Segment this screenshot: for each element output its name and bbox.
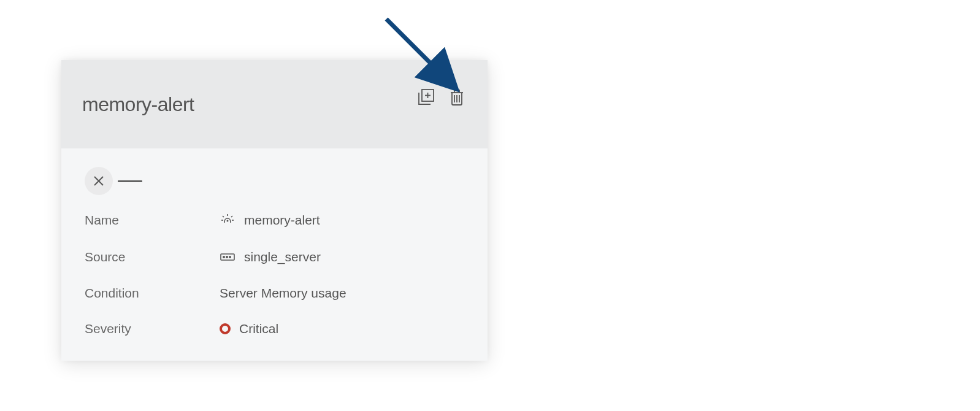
label-condition: Condition [85, 286, 220, 301]
duplicate-button[interactable] [416, 87, 436, 107]
card-title: memory-alert [82, 93, 194, 116]
field-row-source: Source single_server [82, 249, 467, 265]
alert-card: memory-alert [61, 60, 488, 361]
field-row-severity: Severity Critical [82, 321, 467, 336]
svg-line-11 [231, 216, 232, 217]
card-header: memory-alert [61, 60, 488, 148]
header-actions [416, 87, 467, 107]
trash-icon [448, 88, 465, 106]
value-severity: Critical [220, 321, 278, 336]
condition-value-text: Server Memory usage [220, 286, 346, 301]
duplicate-icon [417, 88, 435, 106]
collapse-controls [85, 167, 467, 195]
svg-point-8 [227, 220, 229, 222]
label-severity: Severity [85, 321, 220, 336]
svg-point-17 [229, 256, 231, 258]
svg-line-10 [223, 216, 224, 217]
svg-point-16 [226, 256, 228, 258]
value-condition: Server Memory usage [220, 286, 346, 301]
close-button[interactable] [85, 167, 113, 195]
field-row-name: Name memory-alert [82, 212, 467, 228]
svg-point-15 [223, 256, 224, 258]
close-icon [93, 175, 105, 187]
label-source: Source [85, 250, 220, 264]
field-row-condition: Condition Server Memory usage [82, 286, 467, 301]
alert-icon [220, 212, 235, 228]
source-value-text: single_server [244, 250, 321, 264]
server-icon [220, 249, 235, 265]
collapse-line [118, 180, 142, 182]
severity-value-text: Critical [239, 321, 278, 336]
delete-button[interactable] [447, 87, 467, 107]
card-body: Name memory-alert Source [61, 148, 488, 361]
value-name: memory-alert [220, 212, 320, 228]
name-value-text: memory-alert [244, 213, 320, 228]
severity-indicator-icon [220, 323, 231, 334]
label-name: Name [85, 213, 220, 228]
value-source: single_server [220, 249, 321, 265]
